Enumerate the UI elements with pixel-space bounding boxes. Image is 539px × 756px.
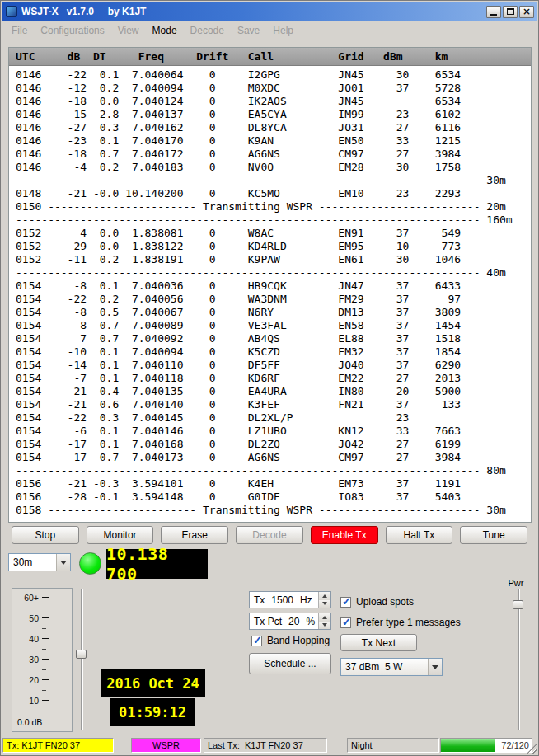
status-tx-message: Tx: K1JT FN20 37	[2, 738, 114, 753]
decode-row[interactable]: 0152 -11 0.2 1.838191 0 K9PAW EN61 30 10…	[16, 253, 531, 266]
rx-gain-slider[interactable]	[74, 587, 89, 732]
checkbox-label: Prefer type 1 messages	[356, 617, 461, 628]
halt-tx-button[interactable]: Halt Tx	[386, 526, 453, 544]
decode-row[interactable]: 0148 -21 -0.0 10.140200 0 KC5MO EM10 23 …	[16, 187, 531, 200]
slider-track	[81, 589, 82, 730]
progress-fill	[441, 739, 495, 752]
close-button[interactable]: ×	[519, 6, 534, 18]
menu-mode[interactable]: Mode	[146, 23, 184, 38]
tx-next-button[interactable]: Tx Next	[340, 634, 417, 651]
decode-row[interactable]: 0154 -17 0.7 7.040173 0 AG6NS CM97 27 39…	[16, 451, 531, 464]
upload-spots-checkbox[interactable]: Upload spots	[340, 596, 414, 608]
decode-row[interactable]: 0146 -12 0.2 7.040094 0 M0XDC JO01 37 57…	[16, 82, 531, 95]
progress-text: 72/120	[501, 739, 529, 752]
date-display: 2016 Oct 24	[101, 669, 205, 697]
tx-freq-prefix: Tx	[254, 594, 265, 606]
decode-row[interactable]: 0154 -6 0.1 7.040146 0 LZ1UBO KN12 33 76…	[16, 425, 531, 438]
spinner-buttons[interactable]	[318, 592, 330, 608]
decode-row[interactable]: 0154 -8 0.7 7.040089 0 VE3FAL EN58 37 14…	[16, 319, 531, 332]
tune-button[interactable]: Tune	[460, 526, 527, 544]
tx-freq-spinbox[interactable]: Tx 1500 Hz	[249, 591, 331, 608]
minimize-button[interactable]	[486, 6, 501, 18]
tx-pct-suffix: %	[306, 616, 315, 627]
menu-decode[interactable]: Decode	[184, 23, 231, 38]
meter-scale-row: 50	[17, 614, 67, 635]
decode-row[interactable]: 0152 4 0.0 1.838081 0 W8AC EN91 37 549	[16, 227, 531, 240]
decode-row[interactable]: 0154 -10 0.1 7.040094 0 K5CZD EM32 37 18…	[16, 345, 531, 359]
tx-marker-row: 0158 ----------------------- Transmittin…	[16, 504, 531, 517]
band-separator-row: ----------------------------------------…	[16, 174, 531, 187]
decode-row[interactable]: 0154 -22 0.2 7.040056 0 WA3DNM FM29 37 9…	[16, 293, 531, 306]
band-separator-row: ----------------------------------------…	[16, 266, 531, 279]
spin-up-icon[interactable]	[319, 592, 330, 600]
decode-row[interactable]: 0154 -17 0.1 7.040168 0 DL2ZQ JO42 27 61…	[16, 438, 531, 451]
spin-down-icon[interactable]	[319, 622, 330, 630]
checkbox-icon	[340, 617, 351, 628]
minimize-icon	[490, 14, 497, 16]
tx-pct-spinbox[interactable]: Tx Pct 20 %	[249, 613, 331, 630]
power-select-value: 37 dBm 5 W	[341, 661, 428, 673]
decode-row[interactable]: 0146 -15 -2.8 7.040137 0 EA5CYA IM99 23 …	[16, 108, 531, 121]
band-hopping-checkbox[interactable]: Band Hopping	[251, 635, 330, 646]
band-select[interactable]: 30m	[8, 553, 71, 571]
enable-tx-button[interactable]: Enable Tx	[311, 526, 378, 544]
checkbox-label: Band Hopping	[267, 635, 330, 646]
spin-down-icon[interactable]	[319, 600, 330, 608]
decode-row[interactable]: 0154 -21 -0.4 7.040135 0 EA4URA IN80 20 …	[16, 385, 531, 398]
decode-row[interactable]: 0156 -28 -0.1 3.594148 0 G0IDE IO83 37 5…	[16, 491, 531, 504]
meter-scale-row: 60+	[17, 594, 67, 614]
decode-row[interactable]: 0156 -21 -0.3 3.594101 0 K4EH EM73 37 11…	[16, 477, 531, 491]
decode-row[interactable]: 0146 -23 0.1 7.040170 0 K9AN EN50 33 121…	[16, 134, 531, 148]
app-icon	[6, 6, 17, 17]
spin-up-icon[interactable]	[319, 613, 330, 622]
decode-row[interactable]: 0146 -4 0.2 7.040183 0 NV0O EM28 30 1758	[16, 161, 531, 174]
decode-row[interactable]: 0146 -18 0.0 7.040124 0 IK2AOS JN45 6534	[16, 95, 531, 108]
prefer-type1-checkbox[interactable]: Prefer type 1 messages	[340, 617, 461, 628]
decode-row[interactable]: 0146 -18 0.7 7.040172 0 AG6NS CM97 27 39…	[16, 148, 531, 161]
signal-meter: 60+5040302010 0.0 dB	[12, 588, 73, 732]
decode-row[interactable]: 0154 -7 0.1 7.040118 0 KD6RF EM22 27 201…	[16, 372, 531, 385]
tx-pct-value: 20	[288, 616, 299, 627]
titlebar[interactable]: WSJT-X v1.7.0 by K1JT ×	[2, 2, 537, 21]
close-icon: ×	[523, 7, 531, 16]
decode-row[interactable]: 0154 -22 0.3 7.040145 0 DL2XL/P 23	[16, 411, 531, 425]
erase-button[interactable]: Erase	[161, 526, 228, 544]
decode-row[interactable]: 0154 -8 0.5 7.040067 0 N6RY DM13 37 3809	[16, 306, 531, 319]
power-select[interactable]: 37 dBm 5 W	[340, 658, 443, 676]
checkbox-icon	[340, 597, 351, 608]
schedule-button[interactable]: Schedule ...	[249, 653, 331, 674]
menu-file[interactable]: File	[5, 23, 34, 38]
monitor-button[interactable]: Monitor	[87, 526, 154, 544]
pwr-slider[interactable]	[511, 587, 526, 732]
stop-button[interactable]: Stop	[12, 526, 79, 544]
decode-header-line: UTC dB DT Freq Drift Call Grid dBm km	[9, 48, 531, 66]
decode-row[interactable]: 0154 7 0.7 7.040092 0 AB4QS EL88 37 1518	[16, 332, 531, 345]
tx-freq-value: 1500	[271, 594, 293, 606]
decode-row[interactable]: 0154 -8 0.1 7.040036 0 HB9CQK JN47 37 64…	[16, 279, 531, 293]
status-last-tx: Last Tx: K1JT FN20 37	[204, 738, 327, 753]
decode-row[interactable]: 0146 -22 0.1 7.040064 0 I2GPG JN45 30 65…	[16, 68, 531, 82]
chevron-down-icon	[60, 561, 67, 568]
slider-handle[interactable]	[76, 650, 87, 659]
decode-row[interactable]: 0154 -14 0.1 7.040110 0 DF5FF JO40 37 62…	[16, 359, 531, 372]
maximize-button[interactable]	[503, 6, 518, 18]
window-title: WSJT-X v1.7.0 by K1JT	[21, 6, 146, 17]
decode-row[interactable]: 0146 -27 0.3 7.040162 0 DL8YCA JO31 27 6…	[16, 121, 531, 134]
menu-help[interactable]: Help	[266, 23, 300, 38]
meter-scale-row: 40	[17, 635, 67, 655]
decode-row[interactable]: 0152 -29 0.0 1.838122 0 KD4RLD EM95 10 7…	[16, 240, 531, 253]
decode-row[interactable]: 0154 -21 0.6 7.040140 0 K3FEF FN21 37 13…	[16, 398, 531, 411]
menu-configurations[interactable]: Configurations	[34, 23, 110, 38]
slider-track	[518, 589, 519, 730]
band-select-arrow[interactable]	[56, 554, 70, 571]
dial-frequency-display: 10.138 700	[106, 549, 208, 579]
meter-scale: 60+5040302010	[17, 594, 67, 717]
spinner-buttons[interactable]	[318, 613, 330, 629]
meter-scale-row: 20	[17, 676, 67, 697]
monitor-lamp	[79, 552, 101, 575]
slider-handle[interactable]	[513, 600, 523, 609]
decode-button[interactable]: Decode	[236, 526, 303, 544]
menu-save[interactable]: Save	[231, 23, 266, 38]
menu-view[interactable]: View	[111, 23, 146, 38]
power-select-arrow[interactable]	[428, 659, 442, 675]
